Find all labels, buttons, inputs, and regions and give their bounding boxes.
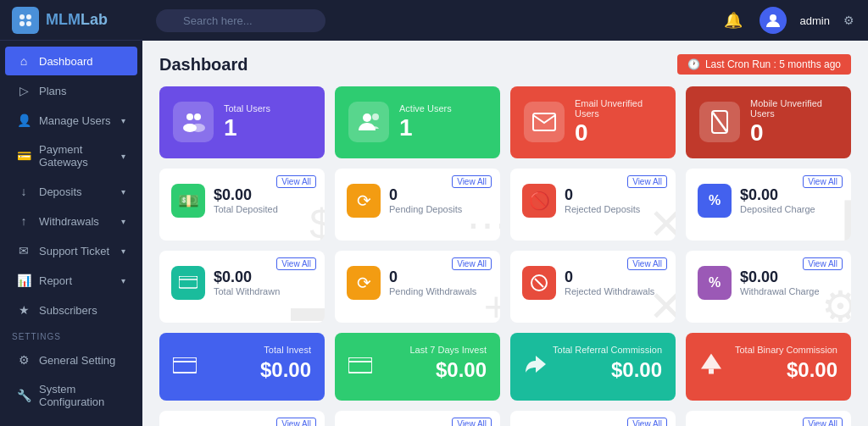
- svg-rect-20: [348, 357, 372, 373]
- users-icon: 👤: [17, 113, 31, 127]
- sidebar-item-withdrawals[interactable]: ↑ Withdrawals ▾: [5, 207, 137, 235]
- content-header: Dashboard 🕐 Last Cron Run : 5 months ago: [159, 54, 851, 75]
- email-unverified-label: Email Unverified Users: [575, 98, 662, 119]
- total-withdrawn-label: Total Withdrawn: [214, 286, 280, 296]
- sidebar-item-payment-gateways[interactable]: 💳 Payment Gateways ▾: [5, 136, 137, 176]
- last-card-3-view-all[interactable]: View All: [803, 418, 843, 426]
- last-card-2-view-all[interactable]: View All: [627, 418, 667, 426]
- deposits-icon: ↓: [17, 185, 31, 198]
- svg-point-8: [192, 124, 205, 132]
- binary-commission-card: Total Binary Commission $0.00: [686, 333, 851, 401]
- total-withdrawn-view-all[interactable]: View All: [276, 257, 316, 270]
- last-card-0-view-all[interactable]: View All: [276, 418, 316, 426]
- report-icon: 📊: [17, 274, 31, 287]
- cron-badge: 🕐 Last Cron Run : 5 months ago: [677, 54, 851, 75]
- sidebar-item-dashboard[interactable]: ⌂ Dashboard: [5, 47, 137, 75]
- sidebar-item-plans[interactable]: ▷ Plans: [5, 76, 137, 105]
- config-icon: 🔧: [17, 389, 31, 402]
- total-withdrawn-value: $0.00: [214, 269, 280, 285]
- settings-icon: ⚙: [17, 353, 31, 367]
- withdrawal-charge-view-all[interactable]: View All: [803, 257, 843, 270]
- svg-line-17: [535, 279, 543, 287]
- clock-icon: 🕐: [687, 58, 700, 70]
- svg-point-4: [770, 14, 776, 21]
- payment-icon: 💳: [17, 149, 31, 163]
- header: 🔍 🔔 admin ⚙: [142, 0, 868, 41]
- pending-withdrawals-icon: ⟳: [347, 266, 381, 300]
- email-unverified-icon: [524, 102, 565, 142]
- total-users-card: Total Users 1: [159, 86, 325, 158]
- referral-commission-label: Total Referral Commission: [524, 345, 662, 355]
- last7-invest-icon: [348, 353, 372, 380]
- pending-deposits-value: 0: [389, 187, 462, 202]
- sidebar-item-label: Plans: [39, 85, 67, 97]
- sidebar-item-deposits[interactable]: ↓ Deposits ▾: [5, 177, 137, 206]
- mobile-unverified-value: 0: [750, 120, 837, 147]
- deposited-charge-view-all[interactable]: View All: [803, 175, 843, 188]
- gear-icon[interactable]: ⚙: [843, 14, 854, 27]
- notification-bell-icon[interactable]: 🔔: [724, 11, 743, 30]
- total-deposited-view-all[interactable]: View All: [276, 175, 316, 188]
- total-deposited-label: Total Deposited: [214, 204, 278, 214]
- email-unverified-card: Email Unverified Users 0: [510, 86, 676, 158]
- last-card-0: View All ✂ 0: [159, 411, 325, 426]
- sidebar-navigation: ⌂ Dashboard ▷ Plans 👤 Manage Users ▾ 💳 P…: [0, 41, 142, 426]
- chevron-down-icon: ▾: [121, 116, 125, 125]
- svg-point-0: [19, 14, 25, 19]
- email-unverified-info: Email Unverified Users 0: [575, 98, 662, 147]
- deposit-cards-grid: View All 💵 $0.00 Total Deposited $ View …: [159, 169, 851, 241]
- active-users-value: 1: [399, 115, 487, 141]
- email-unverified-value: 0: [575, 120, 662, 147]
- rejected-withdrawals-view-all[interactable]: View All: [627, 257, 667, 270]
- sidebar-item-matching-bonus[interactable]: ◈ Matching Bonus: [5, 417, 137, 426]
- total-invest-icon: [173, 353, 197, 380]
- svg-point-5: [186, 113, 193, 120]
- pending-deposits-body: ⟳ 0 Pending Deposits: [347, 184, 488, 218]
- svg-point-3: [26, 21, 31, 26]
- svg-point-10: [372, 113, 379, 120]
- sidebar-item-label: Manage Users: [39, 114, 111, 127]
- sidebar-item-report[interactable]: 📊 Report ▾: [5, 266, 137, 295]
- total-withdrawn-card: View All $0.00 Total Withdrawn ▬: [159, 251, 325, 323]
- total-invest-label: Total Invest: [173, 345, 311, 355]
- subscribers-icon: ★: [17, 303, 31, 317]
- sidebar-item-subscribers[interactable]: ★ Subscribers: [5, 296, 137, 324]
- chevron-down-icon: ▾: [121, 276, 125, 285]
- sidebar: MLMLab ⌂ Dashboard ▷ Plans 👤 Manage User…: [0, 0, 142, 426]
- sidebar-item-support-ticket[interactable]: ✉ Support Ticket ▾: [5, 236, 137, 265]
- rejected-deposits-view-all[interactable]: View All: [627, 175, 667, 188]
- last-card-1-view-all[interactable]: View All: [452, 418, 492, 426]
- referral-icon: [524, 353, 548, 380]
- deposited-charge-body: % $0.00 Deposited Charge: [698, 184, 839, 218]
- sidebar-item-system-config[interactable]: 🔧 System Configuration: [5, 375, 137, 416]
- sidebar-item-label: Report: [39, 274, 72, 287]
- total-users-info: Total Users 1: [224, 103, 311, 141]
- referral-commission-card: Total Referral Commission $0.00: [510, 333, 676, 401]
- search-input[interactable]: [156, 9, 326, 32]
- withdrawals-icon: ↑: [17, 214, 31, 228]
- mobile-unverified-icon: [699, 102, 740, 142]
- invest-cards-grid: Total Invest $0.00 Last 7 Days Invest $0…: [159, 333, 851, 401]
- rejected-withdrawals-value: 0: [565, 269, 654, 285]
- total-users-value: 1: [224, 115, 311, 141]
- sidebar-item-label: Withdrawals: [39, 215, 99, 228]
- total-deposited-card: View All 💵 $0.00 Total Deposited $: [159, 169, 325, 241]
- pending-deposits-icon: ⟳: [347, 184, 381, 218]
- withdrawal-charge-card: View All % $0.00 Withdrawal Charge ⚙: [686, 251, 851, 323]
- svg-point-9: [363, 113, 371, 122]
- support-icon: ✉: [17, 244, 31, 257]
- withdrawal-charge-body: % $0.00 Withdrawal Charge: [698, 266, 839, 300]
- pending-deposits-card: View All ⟳ 0 Pending Deposits ⋯: [335, 169, 500, 241]
- pending-deposits-view-all[interactable]: View All: [452, 175, 492, 188]
- chevron-down-icon: ▾: [121, 217, 125, 226]
- sidebar-item-manage-users[interactable]: 👤 Manage Users ▾: [5, 106, 137, 135]
- active-users-info: Active Users 1: [399, 103, 487, 141]
- total-users-icon: [173, 102, 214, 142]
- logo-text: MLMLab: [46, 11, 108, 29]
- sidebar-item-general-setting[interactable]: ⚙ General Setting: [5, 346, 137, 374]
- pending-withdrawals-view-all[interactable]: View All: [452, 257, 492, 270]
- pending-withdrawals-label: Pending Withdrawals: [389, 286, 476, 296]
- last7-invest-card: Last 7 Days Invest $0.00: [335, 333, 500, 401]
- withdrawal-cards-grid: View All $0.00 Total Withdrawn ▬: [159, 251, 851, 323]
- rejected-withdrawals-icon: [522, 266, 556, 300]
